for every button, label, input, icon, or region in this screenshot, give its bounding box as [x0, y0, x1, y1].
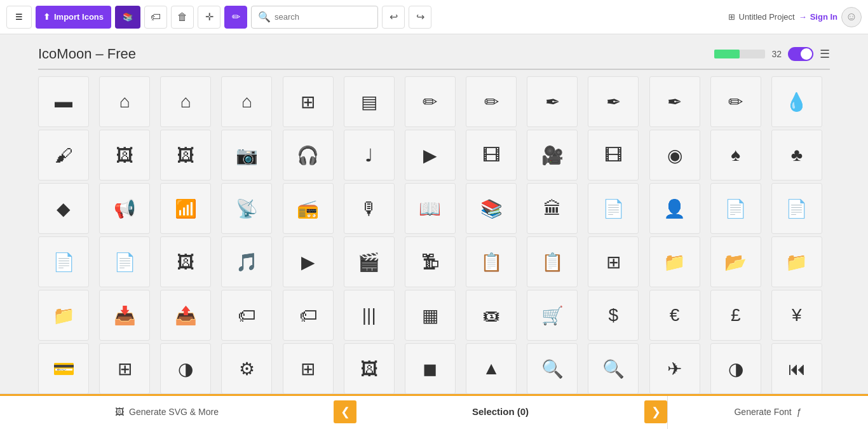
home-icon[interactable]: ⌂	[99, 76, 150, 127]
delete-button[interactable]: 🗑	[171, 6, 194, 29]
paste-icon[interactable]: 📋	[527, 236, 578, 287]
cart-icon[interactable]: 🛒	[527, 290, 578, 341]
accessibility-icon[interactable]: ◑	[160, 343, 211, 393]
file-music-icon[interactable]: 🎵	[221, 236, 272, 287]
table-icon[interactable]: ⊞	[99, 343, 150, 393]
bullhorn-icon[interactable]: 📢	[99, 183, 150, 234]
dice-icon[interactable]: 🎞	[588, 130, 639, 180]
toggle-switch[interactable]	[788, 47, 813, 61]
first-icon[interactable]: ⏮	[771, 343, 822, 393]
paint-format-icon[interactable]: 🖌	[38, 130, 89, 180]
file2-icon[interactable]: 📄	[771, 183, 822, 234]
newspaper-icon[interactable]: ▤	[344, 76, 395, 127]
generate-svg-section[interactable]: 🖼 Generate SVG & More	[0, 394, 334, 429]
generate-font-section[interactable]: Generate Font ƒ	[667, 394, 868, 429]
image-icon[interactable]: ▬	[38, 76, 89, 127]
image2-icon[interactable]: 🖼	[99, 130, 150, 180]
spades-icon[interactable]: ♠	[710, 130, 761, 180]
blog-icon[interactable]: ✒	[649, 76, 700, 127]
home2-icon[interactable]: ⌂	[160, 76, 211, 127]
file3-icon[interactable]: 📄	[38, 236, 89, 287]
chevron-left-button[interactable]: ❮	[334, 400, 356, 423]
home3-icon[interactable]: ⌂	[221, 76, 272, 127]
clubs-icon[interactable]: ♣	[771, 130, 822, 180]
file-empty-icon[interactable]: 📄	[710, 183, 761, 234]
qrcode-icon[interactable]: ▦	[405, 290, 456, 341]
ticket-icon[interactable]: 🎟	[466, 290, 517, 341]
eyedropper-icon[interactable]: ✏	[710, 76, 761, 127]
spinner-icon[interactable]: ◑	[710, 343, 761, 393]
images-icon[interactable]: 🖼	[160, 130, 211, 180]
redo-button[interactable]: ↪	[409, 6, 431, 29]
folder-upload-icon[interactable]: 📤	[160, 290, 211, 341]
sign-in-button[interactable]: → Sign In	[799, 12, 837, 22]
dollar-icon[interactable]: $	[588, 290, 639, 341]
file-play-icon[interactable]: ▶	[283, 236, 334, 287]
price-tags-icon[interactable]: 🏷	[283, 290, 334, 341]
move-button[interactable]: ✛	[198, 6, 220, 29]
folder-download-icon[interactable]: 📥	[99, 290, 150, 341]
pacman-icon[interactable]: ◉	[649, 130, 700, 180]
pencil-icon[interactable]: ✏	[405, 76, 456, 127]
file-picture-icon[interactable]: 🖼	[160, 236, 211, 287]
list-view-button[interactable]: ☰	[820, 47, 830, 61]
edit-button[interactable]: ✏	[224, 6, 247, 29]
wifi-icon[interactable]: 📶	[160, 183, 211, 234]
pound-icon[interactable]: £	[710, 290, 761, 341]
video-camera-icon[interactable]: 🎥	[527, 130, 578, 180]
import-icons-button[interactable]: ⬆ Import Icons	[36, 6, 111, 29]
iconset-title: IcoMoon – Free	[38, 46, 136, 62]
headphones-icon[interactable]: 🎧	[283, 130, 334, 180]
rectangle-icon[interactable]: ◼	[405, 343, 456, 393]
bottom-bar-accent	[0, 394, 868, 396]
library-button[interactable]: 📚	[115, 6, 140, 29]
droplet-icon[interactable]: 💧	[771, 76, 822, 127]
price-tag-icon[interactable]: 🏷	[221, 290, 272, 341]
camera-icon[interactable]: 📷	[221, 130, 272, 180]
search-icon: 🔍	[258, 11, 271, 23]
play-icon[interactable]: ▶	[405, 130, 456, 180]
pencil2-icon[interactable]: ✏	[466, 76, 517, 127]
profile-icon[interactable]: 👤	[649, 183, 700, 234]
office-icon[interactable]: ⊞	[283, 76, 334, 127]
folder-open-icon[interactable]: 📂	[710, 236, 761, 287]
folder-plus-icon[interactable]: 📁	[771, 236, 822, 287]
film-icon[interactable]: 🎞	[466, 130, 517, 180]
triangle-icon[interactable]: ▲	[466, 343, 517, 393]
iconset-header: IcoMoon – Free 32 ☰	[38, 34, 830, 70]
file-zip-icon[interactable]: 🗜	[405, 236, 456, 287]
undo-button[interactable]: ↩	[382, 6, 405, 29]
paper-plane-icon[interactable]: ✈	[649, 343, 700, 393]
folder-minus-icon[interactable]: 📁	[38, 290, 89, 341]
file4-icon[interactable]: 📄	[99, 236, 150, 287]
library-icon: 📚	[123, 12, 133, 22]
tools-icon[interactable]: ⊞	[283, 343, 334, 393]
credit-card-icon[interactable]: 💳	[38, 343, 89, 393]
book-icon[interactable]: 📖	[405, 183, 456, 234]
copy-icon[interactable]: 📋	[466, 236, 517, 287]
library-icon[interactable]: 🏛	[527, 183, 578, 234]
search-input[interactable]	[275, 12, 371, 22]
search-icon[interactable]: 🔍	[527, 343, 578, 393]
cog-icon[interactable]: ⚙	[221, 343, 272, 393]
euro-icon[interactable]: €	[649, 290, 700, 341]
tag-button[interactable]: 🏷	[144, 6, 167, 29]
stack-icon[interactable]: ⊞	[588, 236, 639, 287]
rss2-icon[interactable]: 📻	[283, 183, 334, 234]
rss-icon[interactable]: 📡	[221, 183, 272, 234]
chevron-right-button[interactable]: ❯	[644, 400, 667, 423]
music-icon[interactable]: ♩	[344, 130, 395, 180]
file-text-icon[interactable]: 📄	[588, 183, 639, 234]
file-video-icon[interactable]: 🎬	[344, 236, 395, 287]
diamond-icon[interactable]: ◆	[38, 183, 89, 234]
search2-icon[interactable]: 🔍	[588, 343, 639, 393]
yen-icon[interactable]: ¥	[771, 290, 822, 341]
mic-icon[interactable]: 🎙	[344, 183, 395, 234]
books-icon[interactable]: 📚	[466, 183, 517, 234]
pen-icon[interactable]: ✒	[588, 76, 639, 127]
folder-icon[interactable]: 📁	[649, 236, 700, 287]
image3-icon[interactable]: 🖼	[344, 343, 395, 393]
menu-button[interactable]: ☰	[6, 6, 32, 29]
barcode-icon[interactable]: |||	[344, 290, 395, 341]
quill-icon[interactable]: ✒	[527, 76, 578, 127]
